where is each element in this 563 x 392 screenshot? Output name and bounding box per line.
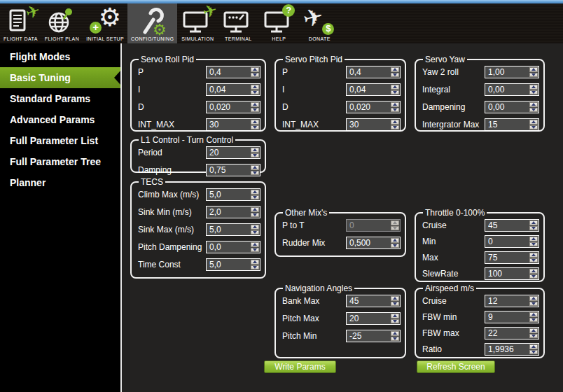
spinner-down-button[interactable] — [391, 302, 399, 307]
param-input[interactable] — [347, 220, 390, 231]
spinner-up-button[interactable] — [251, 260, 259, 265]
spinner-up-button[interactable] — [529, 220, 538, 225]
toolbar-tab-config-tuning[interactable]: ⚙ CONFIG/TUNING — [127, 4, 177, 43]
sidebar-item[interactable]: Full Parameter Tree — [0, 151, 120, 172]
spinner-down-button[interactable] — [529, 73, 538, 78]
spinner-up-button[interactable] — [251, 207, 259, 212]
spinner-up-button[interactable] — [529, 102, 538, 107]
spinner-up-button[interactable] — [529, 237, 538, 241]
toolbar-tab-initial-setup[interactable]: ⚙ + INITIAL SETUP — [83, 4, 127, 43]
spinner-up-button[interactable] — [251, 242, 259, 247]
param-input[interactable] — [485, 252, 529, 263]
sidebar-item[interactable]: Planner — [0, 172, 120, 193]
toolbar-tab-donate[interactable]: ✈ $ DONATE — [299, 4, 340, 43]
param-input[interactable] — [347, 237, 390, 248]
spinner-up-button[interactable] — [251, 85, 259, 90]
param-input[interactable] — [347, 295, 390, 307]
spinner-up-button[interactable] — [391, 120, 399, 125]
param-input[interactable] — [485, 295, 529, 307]
param-input[interactable] — [207, 241, 250, 253]
spinner-up-button[interactable] — [391, 331, 399, 336]
spinner-down-button[interactable] — [529, 125, 538, 130]
spinner-down-button[interactable] — [391, 319, 399, 324]
spinner-up-button[interactable] — [529, 312, 538, 317]
spinner-down-button[interactable] — [251, 230, 259, 235]
spinner-down-button[interactable] — [251, 90, 259, 95]
spinner-down-button[interactable] — [391, 108, 399, 113]
spinner-down-button[interactable] — [529, 242, 538, 247]
spinner-up-button[interactable] — [529, 253, 538, 258]
param-input[interactable] — [485, 268, 529, 279]
spinner-down-button[interactable] — [251, 171, 259, 176]
spinner-down-button[interactable] — [251, 108, 259, 113]
spinner-up-button[interactable] — [391, 296, 399, 301]
spinner-down-button[interactable] — [391, 90, 399, 95]
param-input[interactable] — [207, 164, 250, 176]
sidebar-item[interactable]: Standard Params — [0, 88, 120, 109]
param-input[interactable] — [207, 259, 250, 270]
param-input[interactable] — [347, 330, 390, 342]
refresh-screen-button[interactable]: Refresh Screen — [417, 360, 495, 373]
spinner-down-button[interactable] — [391, 73, 399, 78]
spinner-up-button[interactable] — [251, 67, 259, 72]
param-input[interactable] — [347, 119, 390, 130]
spinner-up-button[interactable] — [251, 190, 259, 195]
spinner-down-button[interactable] — [529, 334, 538, 339]
spinner-up-button[interactable] — [251, 148, 259, 153]
param-input[interactable] — [347, 102, 390, 113]
spinner-down-button[interactable] — [251, 195, 259, 200]
param-input[interactable] — [485, 102, 529, 113]
spinner-up-button[interactable] — [529, 344, 538, 349]
param-input[interactable] — [485, 312, 529, 323]
spinner-down-button[interactable] — [391, 244, 399, 248]
spinner-up-button[interactable] — [529, 269, 538, 274]
spinner-down-button[interactable] — [529, 302, 538, 307]
spinner-up-button[interactable] — [391, 67, 399, 72]
param-input[interactable] — [485, 119, 529, 130]
sidebar-item[interactable]: Full Parameter List — [0, 130, 120, 151]
spinner-down-button[interactable] — [529, 226, 538, 231]
spinner-up-button[interactable] — [529, 67, 538, 72]
spinner-down-button[interactable] — [251, 125, 259, 130]
spinner-down-button[interactable] — [529, 108, 538, 113]
spinner-down-button[interactable] — [251, 265, 259, 270]
spinner-up-button[interactable] — [391, 85, 399, 90]
param-input[interactable] — [207, 224, 250, 235]
toolbar-tab-help[interactable]: ? HELP — [258, 4, 299, 43]
spinner-down-button[interactable] — [251, 248, 259, 253]
spinner-down-button[interactable] — [391, 125, 399, 130]
param-input[interactable] — [485, 328, 529, 339]
spinner-up-button[interactable] — [251, 120, 259, 125]
param-input[interactable] — [347, 66, 390, 78]
param-input[interactable] — [207, 66, 250, 78]
param-input[interactable] — [347, 84, 390, 95]
param-input[interactable] — [485, 344, 529, 355]
spinner-down-button[interactable] — [529, 350, 538, 355]
toolbar-tab-simulation[interactable]: ✈ SIMULATION — [177, 4, 218, 43]
spinner-down-button[interactable] — [391, 226, 399, 231]
sidebar-item[interactable]: Basic Tuning — [0, 67, 120, 88]
spinner-up-button[interactable] — [251, 225, 259, 230]
spinner-down-button[interactable] — [391, 337, 399, 342]
spinner-down-button[interactable] — [251, 213, 259, 218]
spinner-up-button[interactable] — [529, 120, 538, 125]
spinner-up-button[interactable] — [391, 238, 399, 243]
toolbar-tab-terminal[interactable]: TERMINAL — [218, 4, 258, 43]
spinner-down-button[interactable] — [529, 274, 538, 279]
spinner-up-button[interactable] — [529, 296, 538, 301]
param-input[interactable] — [207, 119, 250, 130]
spinner-up-button[interactable] — [391, 220, 399, 225]
param-input[interactable] — [485, 236, 529, 247]
spinner-up-button[interactable] — [529, 85, 538, 90]
param-input[interactable] — [207, 147, 250, 158]
param-input[interactable] — [347, 313, 390, 324]
toolbar-tab-flight-data[interactable]: ✈ FLIGHT DATA — [0, 4, 41, 43]
spinner-down-button[interactable] — [251, 153, 259, 158]
param-input[interactable] — [485, 84, 529, 95]
sidebar-item[interactable]: Flight Modes — [0, 46, 120, 67]
spinner-up-button[interactable] — [529, 328, 538, 333]
param-input[interactable] — [207, 84, 250, 95]
param-input[interactable] — [207, 102, 250, 113]
param-input[interactable] — [485, 220, 529, 231]
param-input[interactable] — [207, 206, 250, 218]
